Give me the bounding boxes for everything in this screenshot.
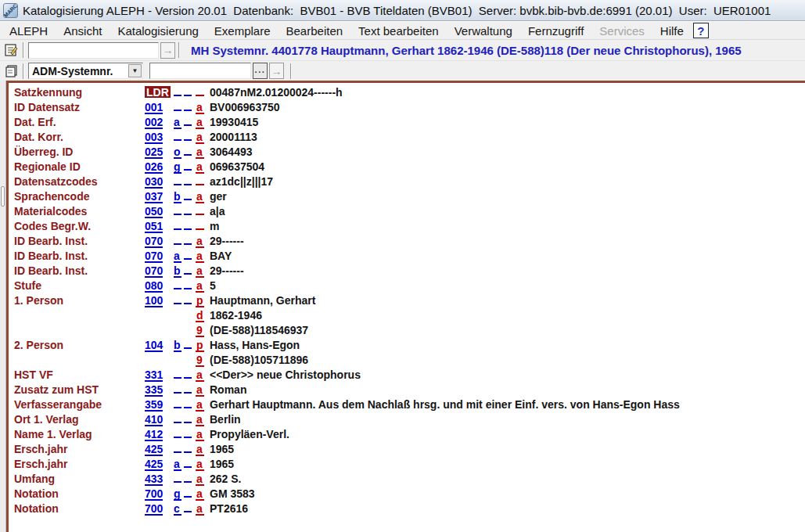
indicator-1[interactable] bbox=[174, 214, 181, 215]
field-tag[interactable]: 001 bbox=[145, 102, 163, 114]
record-number-input[interactable] bbox=[28, 42, 159, 59]
field-tag[interactable]: 359 bbox=[145, 399, 163, 412]
indicator-2[interactable] bbox=[184, 184, 192, 185]
record-go-button[interactable]: → bbox=[160, 42, 175, 59]
subfield-code[interactable]: a bbox=[196, 132, 204, 144]
subfield-code[interactable]: a bbox=[196, 385, 204, 397]
help-icon[interactable]: ? bbox=[693, 23, 709, 38]
indicator-2[interactable] bbox=[184, 347, 192, 349]
subfield-code[interactable]: a bbox=[196, 192, 204, 203]
subfield-code[interactable]: a bbox=[196, 504, 204, 516]
field-tag[interactable]: 050 bbox=[145, 206, 163, 218]
field-value[interactable]: 20001113 bbox=[210, 131, 257, 143]
indicator-1[interactable]: b bbox=[174, 192, 181, 203]
indicator-2[interactable] bbox=[184, 511, 192, 512]
field-tag[interactable]: 425 bbox=[145, 444, 163, 456]
field-tag[interactable]: 425 bbox=[145, 458, 163, 471]
edit-record-icon[interactable] bbox=[2, 41, 20, 59]
subfield-code[interactable]: a bbox=[196, 102, 204, 114]
field-tag[interactable]: LDR bbox=[145, 86, 171, 98]
field-tag[interactable]: 331 bbox=[145, 369, 163, 382]
menu-item[interactable]: Text bearbeiten bbox=[350, 23, 447, 38]
field-value[interactable]: 3064493 bbox=[210, 146, 253, 158]
field-tag[interactable]: 070 bbox=[145, 265, 163, 278]
adm-system-dropdown[interactable]: ADM-Systemnr. ▼ bbox=[28, 63, 143, 79]
field-value[interactable]: Berlin bbox=[210, 413, 241, 426]
menu-item[interactable]: Exemplare bbox=[207, 23, 279, 38]
menu-item[interactable]: Katalogisierung bbox=[110, 23, 206, 38]
field-value[interactable]: Gerhart Hauptmann. Aus dem Nachlaß hrsg.… bbox=[210, 398, 680, 411]
subfield-code[interactable]: a bbox=[196, 281, 204, 293]
indicator-2[interactable] bbox=[184, 496, 192, 498]
subfield-code[interactable] bbox=[196, 214, 204, 215]
indicator-2[interactable] bbox=[184, 466, 192, 468]
adm-number-input[interactable] bbox=[149, 63, 251, 79]
indicator-1[interactable] bbox=[174, 95, 181, 96]
menu-item[interactable]: Hilfe bbox=[652, 23, 692, 38]
field-tag[interactable]: 070 bbox=[145, 235, 163, 248]
field-tag[interactable]: 051 bbox=[145, 221, 163, 233]
subfield-code[interactable]: a bbox=[196, 430, 204, 441]
field-tag[interactable]: 026 bbox=[145, 161, 163, 174]
subfield-code[interactable]: a bbox=[196, 266, 204, 278]
field-value[interactable]: ger bbox=[210, 190, 227, 203]
indicator-1[interactable]: a bbox=[174, 251, 181, 263]
subfield-code[interactable]: a bbox=[196, 444, 204, 456]
subfield-code[interactable]: a bbox=[196, 400, 204, 412]
indicator-1[interactable] bbox=[174, 377, 181, 379]
subfield-code[interactable]: a bbox=[196, 162, 204, 174]
indicator-1[interactable] bbox=[174, 451, 181, 453]
field-tag[interactable]: 002 bbox=[145, 117, 163, 129]
subfield-code[interactable] bbox=[196, 228, 204, 230]
indicator-1[interactable] bbox=[174, 422, 181, 423]
field-value[interactable]: BV006963750 bbox=[210, 101, 280, 113]
subfield-code[interactable] bbox=[196, 184, 204, 185]
field-value[interactable]: 29------ bbox=[210, 264, 244, 277]
indicator-2[interactable] bbox=[184, 422, 192, 423]
field-value[interactable]: m bbox=[210, 220, 219, 232]
subfield-code[interactable]: p bbox=[196, 296, 204, 307]
field-value[interactable]: Hass, Hans-Egon bbox=[210, 339, 300, 351]
adm-go-button[interactable]: → bbox=[269, 63, 284, 79]
field-value[interactable]: PT2616 bbox=[210, 502, 248, 515]
indicator-1[interactable] bbox=[174, 228, 181, 230]
menu-item[interactable]: Verwaltung bbox=[447, 23, 520, 38]
indicator-2[interactable] bbox=[184, 199, 192, 200]
field-value[interactable]: BAY bbox=[210, 250, 232, 262]
chevron-down-icon[interactable]: ▼ bbox=[128, 64, 142, 77]
field-tag[interactable]: 037 bbox=[145, 191, 163, 203]
field-tag[interactable]: 335 bbox=[145, 384, 163, 397]
indicator-2[interactable] bbox=[184, 95, 192, 96]
copies-icon[interactable] bbox=[2, 63, 20, 80]
indicator-2[interactable] bbox=[184, 392, 192, 394]
field-value[interactable]: 262 S. bbox=[210, 473, 241, 485]
left-splitter[interactable] bbox=[0, 81, 6, 532]
field-value[interactable]: 19930415 bbox=[210, 116, 258, 128]
field-tag[interactable]: 003 bbox=[145, 131, 163, 144]
field-value[interactable]: (DE-588)118546937 bbox=[210, 324, 308, 336]
subfield-code[interactable]: a bbox=[196, 459, 204, 471]
field-value[interactable]: 1965 bbox=[210, 443, 234, 455]
field-value[interactable]: Hauptmann, Gerhart bbox=[210, 294, 315, 307]
menu-item[interactable]: Fernzugriff bbox=[520, 23, 591, 38]
field-tag[interactable]: 412 bbox=[145, 429, 163, 441]
field-value[interactable]: Roman bbox=[210, 383, 246, 396]
indicator-2[interactable] bbox=[184, 124, 192, 126]
indicator-2[interactable] bbox=[184, 214, 192, 215]
indicator-1[interactable] bbox=[174, 184, 181, 185]
subfield-code[interactable]: a bbox=[196, 415, 204, 426]
field-value[interactable]: 069637504 bbox=[210, 160, 264, 173]
indicator-1[interactable] bbox=[174, 110, 181, 111]
indicator-1[interactable]: c bbox=[174, 504, 181, 516]
indicator-2[interactable] bbox=[184, 139, 192, 141]
browse-button[interactable]: ··· bbox=[253, 63, 268, 79]
subfield-code[interactable]: 9 bbox=[196, 355, 204, 367]
indicator-2[interactable] bbox=[184, 169, 192, 171]
subfield-code[interactable]: 9 bbox=[196, 325, 204, 337]
field-value[interactable]: az1dc||z|||17 bbox=[210, 175, 273, 188]
indicator-2[interactable] bbox=[184, 258, 192, 260]
subfield-code[interactable]: a bbox=[196, 370, 204, 382]
menu-item[interactable]: ALEPH bbox=[2, 23, 56, 38]
field-tag[interactable]: 025 bbox=[145, 146, 163, 159]
field-tag[interactable]: 700 bbox=[145, 488, 163, 501]
